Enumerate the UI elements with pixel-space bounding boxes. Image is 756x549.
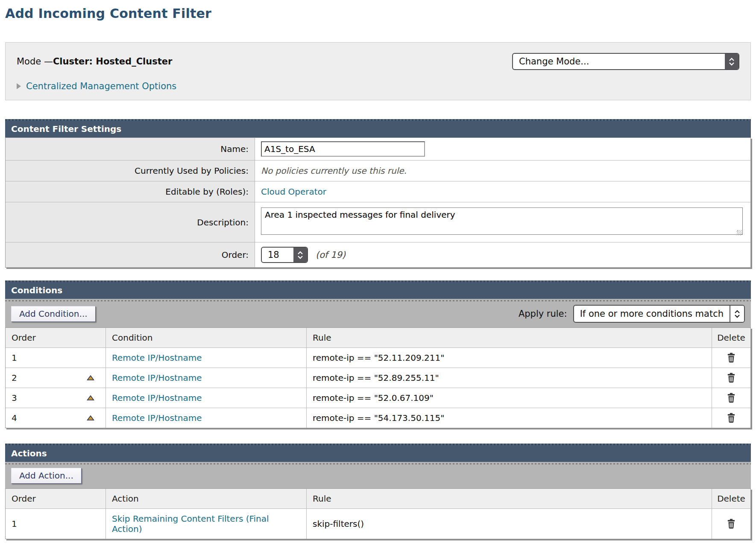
move-up-icon[interactable] [87, 415, 94, 421]
add-condition-button[interactable]: Add Condition... [11, 306, 96, 322]
condition-link[interactable]: Remote IP/Hostname [112, 353, 202, 363]
rule-text: remote-ip == "52.89.255.11" [313, 373, 439, 383]
disclosure-triangle-icon[interactable] [17, 83, 21, 89]
apply-rule-select-value: If one or more conditions match [574, 306, 730, 322]
delete-row-button[interactable] [727, 353, 736, 363]
policies-label: Currently Used by Policies: [6, 161, 255, 181]
actions-section-header: Actions [5, 445, 751, 462]
order-label: Order: [6, 242, 255, 267]
conditions-toolbar: Add Condition... Apply rule: If one or m… [5, 299, 751, 327]
settings-row-description: Description: Area 1 inspected messages f… [6, 202, 750, 242]
select-stepper-icon [730, 306, 744, 322]
action-link[interactable]: Skip Remaining Content Filters (Final Ac… [112, 514, 300, 534]
select-stepper-icon [293, 248, 307, 262]
rule-cell: remote-ip == "52.89.255.11" [307, 368, 712, 388]
change-mode-select[interactable]: Change Mode... [512, 53, 739, 70]
select-stepper-icon [725, 54, 738, 69]
order-select[interactable]: 18 [261, 247, 308, 263]
condition-cell: Remote IP/Hostname [106, 348, 307, 368]
policies-value: No policies currently use this rule. [261, 166, 407, 176]
condition-link[interactable]: Remote IP/Hostname [112, 413, 202, 423]
trash-icon [727, 373, 736, 383]
column-header-condition: Condition [106, 328, 307, 348]
settings-table: Name: Currently Used by Policies: No pol… [5, 137, 751, 268]
condition-cell: Remote IP/Hostname [106, 388, 307, 408]
trash-icon [727, 393, 736, 403]
actions-table-header: Order Action Rule Delete [6, 489, 750, 508]
row-order-number: 4 [12, 413, 17, 423]
column-header-order: Order [6, 489, 106, 508]
table-row: 2 Remote IP/Hostname remote-ip == "52.89… [6, 368, 750, 388]
move-up-icon[interactable] [87, 375, 94, 381]
change-mode-select-value: Change Mode... [513, 54, 725, 69]
delete-row-button[interactable] [727, 393, 736, 403]
row-order-number: 2 [12, 373, 17, 383]
delete-row-button[interactable] [727, 373, 736, 383]
name-input[interactable] [261, 141, 425, 157]
mode-label: Mode [17, 56, 44, 67]
mode-text: Mode —Cluster: Hosted_Cluster [17, 56, 172, 67]
column-header-rule: Rule [307, 489, 712, 508]
trash-icon [727, 413, 736, 423]
condition-cell: Remote IP/Hostname [106, 408, 307, 428]
order-of-note: (of 19) [316, 250, 346, 260]
order-cell: 1 [6, 509, 106, 539]
settings-row-order: Order: 18 (of 19) [6, 242, 750, 267]
rule-cell: remote-ip == "54.173.50.115" [307, 408, 712, 428]
delete-cell [712, 388, 750, 408]
settings-row-policies: Currently Used by Policies: No policies … [6, 160, 750, 181]
rule-cell: remote-ip == "52.0.67.109" [307, 388, 712, 408]
column-header-rule: Rule [307, 328, 712, 348]
table-row: 4 Remote IP/Hostname remote-ip == "54.17… [6, 408, 750, 428]
conditions-section: Conditions Add Condition... Apply rule: … [5, 280, 751, 428]
column-header-order: Order [6, 328, 106, 348]
editable-label: Editable by (Roles): [6, 181, 255, 202]
order-cell: 1 [6, 348, 106, 368]
page: Add Incoming Content Filter Mode —Cluste… [0, 0, 756, 549]
name-label: Name: [6, 138, 255, 160]
order-cell: 2 [6, 368, 106, 388]
action-cell: Skip Remaining Content Filters (Final Ac… [106, 509, 307, 539]
page-title: Add Incoming Content Filter [5, 6, 751, 21]
condition-link[interactable]: Remote IP/Hostname [112, 373, 202, 383]
rule-text: remote-ip == "52.11.209.211" [313, 353, 444, 363]
conditions-section-header: Conditions [5, 282, 751, 299]
settings-section-header: Content Filter Settings [5, 121, 751, 137]
rule-text: remote-ip == "54.173.50.115" [313, 413, 444, 423]
row-order-number: 3 [12, 393, 17, 403]
content-filter-settings-section: Content Filter Settings Name: Currently … [5, 119, 751, 268]
delete-cell [712, 368, 750, 388]
column-header-delete: Delete [712, 489, 750, 508]
order-select-value: 18 [262, 248, 293, 262]
rule-cell: skip-filters() [307, 509, 712, 539]
row-order-number: 1 [12, 353, 17, 363]
mode-dash: — [44, 56, 53, 67]
add-action-button[interactable]: Add Action... [11, 468, 82, 484]
description-textarea[interactable]: Area 1 inspected messages for final deli… [261, 207, 743, 235]
order-cell: 3 [6, 388, 106, 408]
condition-cell: Remote IP/Hostname [106, 368, 307, 388]
apply-rule-label: Apply rule: [519, 309, 567, 319]
order-cell: 4 [6, 408, 106, 428]
rule-cell: remote-ip == "52.11.209.211" [307, 348, 712, 368]
row-order-number: 1 [12, 519, 17, 529]
mode-value: Cluster: Hosted_Cluster [53, 56, 172, 67]
conditions-table: Order Condition Rule Delete 1 [5, 327, 751, 428]
delete-row-button[interactable] [727, 413, 736, 423]
settings-row-editable: Editable by (Roles): Cloud Operator [6, 181, 750, 202]
delete-cell [712, 509, 750, 539]
condition-link[interactable]: Remote IP/Hostname [112, 393, 202, 403]
rule-text: skip-filters() [313, 519, 364, 529]
conditions-table-header: Order Condition Rule Delete [6, 328, 750, 348]
centralized-management-options-link[interactable]: Centralized Management Options [26, 81, 176, 91]
apply-rule-select[interactable]: If one or more conditions match [573, 305, 745, 323]
delete-row-button[interactable] [727, 519, 736, 529]
resize-grip-icon[interactable] [737, 230, 742, 235]
cloud-operator-link[interactable]: Cloud Operator [261, 187, 326, 197]
actions-section: Actions Add Action... Order Action Rule … [5, 444, 751, 539]
table-row: 1 Skip Remaining Content Filters (Final … [6, 508, 750, 539]
move-up-icon[interactable] [87, 395, 94, 401]
trash-icon [727, 519, 736, 529]
column-header-delete: Delete [712, 328, 750, 348]
actions-toolbar: Add Action... [5, 462, 751, 488]
